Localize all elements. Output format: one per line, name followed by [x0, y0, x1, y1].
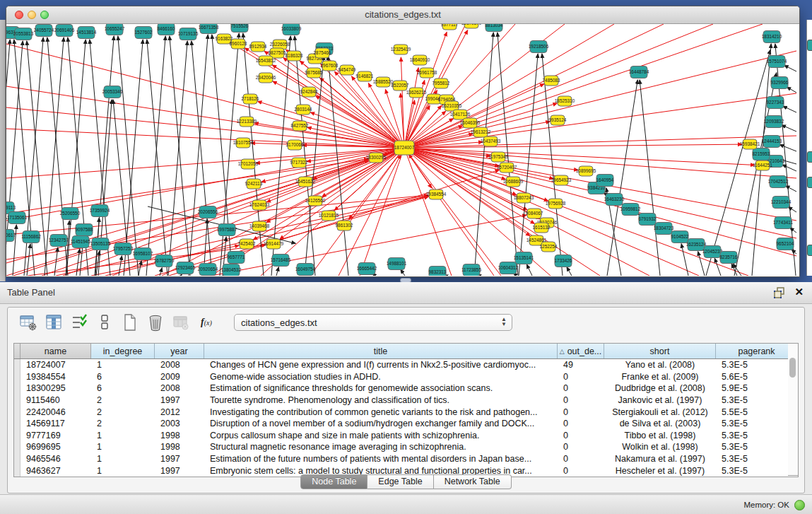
- row-header-cell: [14, 359, 20, 371]
- row-header-corner: [14, 344, 20, 358]
- table-row[interactable]: 969969511998Structural magnetic resonanc…: [14, 441, 798, 453]
- node-table: namein_degreeyeartitle△out_de...shortpag…: [13, 343, 799, 477]
- zoom-window-button[interactable]: [40, 11, 49, 19]
- node-label: 18640910: [410, 57, 430, 62]
- table-vertical-scrollbar[interactable]: [788, 343, 799, 476]
- node-label: 18724007: [394, 145, 415, 150]
- minimize-window-button[interactable]: [28, 11, 36, 19]
- table-panel-body: f(x) citations_edges.txt ▲▼ namein_degre…: [7, 307, 805, 493]
- node-label: 9146821: [356, 74, 374, 78]
- node-label: 2718126: [242, 96, 259, 101]
- node-label: 9104522: [671, 234, 689, 239]
- table-row[interactable]: 1830029562008Estimation of significance …: [14, 382, 798, 395]
- column-header-year[interactable]: year: [155, 344, 204, 358]
- node-label: 10604312: [498, 265, 519, 270]
- node-label: 11156862: [21, 234, 41, 239]
- node-label: 17135061: [7, 215, 28, 220]
- node-label: 1640954: [596, 177, 614, 182]
- cell-title: Genome-wide association studies in ADHD.: [204, 372, 558, 382]
- table-row[interactable]: 1872400712008Changes of HCN gene express…: [14, 359, 798, 371]
- select-columns-button[interactable]: [69, 312, 90, 333]
- table-row[interactable]: 911546021997Tourette syndrome. Phenomeno…: [14, 395, 798, 407]
- close-panel-icon[interactable]: ✕: [794, 286, 804, 298]
- table-mode-tabs: Node TableEdge TableNetwork Table: [8, 474, 804, 489]
- cell-pagerank: 5.5E-5: [716, 407, 798, 417]
- close-window-button[interactable]: [15, 11, 23, 19]
- cell-name: 18300295: [20, 383, 91, 393]
- cell-pagerank: 5.3E-5: [716, 431, 798, 440]
- node-label: 10899695: [576, 168, 596, 173]
- node-label: 14126560: [305, 198, 326, 203]
- node-label: 10417126: [450, 112, 471, 117]
- memory-status-indicator: [794, 500, 805, 510]
- cell-title: Tourette syndrome. Phenomenology and cla…: [204, 395, 558, 405]
- node-label: 9227343: [767, 100, 784, 105]
- split-view-button[interactable]: [94, 312, 115, 333]
- node-label: 6791932: [639, 216, 657, 221]
- node-label: 7425402: [238, 241, 256, 246]
- column-settings-button[interactable]: [43, 312, 64, 333]
- cell-title: Estimation of significance thresholds fo…: [204, 383, 558, 393]
- status-bar: Memory: OK: [0, 494, 812, 514]
- cell-year: 1998: [155, 442, 204, 452]
- scrollbar-thumb[interactable]: [789, 358, 796, 378]
- row-header-cell: [14, 430, 20, 442]
- node-label: 19613212: [471, 129, 491, 134]
- node-label: 9097588: [76, 227, 93, 232]
- node-label: 9935124: [549, 117, 567, 122]
- column-header-name[interactable]: name: [20, 344, 91, 358]
- column-header-out_degree[interactable]: △out_de...: [558, 344, 604, 358]
- node-label: 10655247: [105, 26, 125, 31]
- new-table-button[interactable]: [119, 312, 141, 333]
- node-label: 8454749: [339, 67, 356, 72]
- tab-edge-table[interactable]: Edge Table: [367, 474, 433, 489]
- row-header-cell: [14, 382, 20, 395]
- delete-table-trash-button[interactable]: [145, 312, 166, 333]
- node-label: 12210344: [771, 199, 792, 204]
- node-label: 8427552: [291, 123, 309, 128]
- background-window-edge-left: [0, 20, 6, 281]
- cell-title: Estimation of the future numbers of pati…: [204, 454, 558, 464]
- column-header-short[interactable]: short: [604, 344, 716, 358]
- network-canvas[interactable]: 1696373120553813240557242069140614513814…: [6, 24, 798, 276]
- column-header-title[interactable]: title: [204, 344, 558, 358]
- import-table-button-disabled: [170, 312, 192, 333]
- dropdown-arrows-icon: ▲▼: [501, 317, 507, 327]
- tab-node-table[interactable]: Node Table: [300, 474, 367, 489]
- function-builder-button[interactable]: f(x): [196, 312, 217, 333]
- cell-pagerank: 5.9E-5: [716, 383, 798, 393]
- node-label: 16671358: [199, 25, 219, 30]
- node-label: 10688609: [503, 179, 524, 184]
- node-label: 16914479: [264, 241, 284, 246]
- node-label: 1252254: [540, 244, 558, 249]
- column-header-in_degree[interactable]: in_degree: [91, 344, 155, 358]
- cell-pagerank: 5.3E-5: [716, 419, 798, 428]
- table-row[interactable]: 1938455462009Genome-wide association stu…: [14, 371, 798, 383]
- node-label: 16235124: [686, 242, 707, 247]
- table-row[interactable]: 1456911722003Disruption of a novel membe…: [14, 418, 798, 430]
- window-titlebar[interactable]: citations_edges.txt: [6, 6, 799, 24]
- table-source-dropdown[interactable]: citations_edges.txt ▲▼: [234, 314, 512, 331]
- table-row[interactable]: 2242004622012Investigating the contribut…: [14, 406, 798, 418]
- network-node: [807, 177, 812, 188]
- tab-network-table[interactable]: Network Table: [434, 474, 512, 489]
- node-label: 18304723: [654, 226, 674, 230]
- node-label: 17624033: [249, 202, 270, 207]
- table-row[interactable]: 977716911998Corpus callosum shape and si…: [14, 430, 798, 442]
- node-label: 16463230: [604, 197, 625, 201]
- node-label: 16210355: [442, 103, 462, 108]
- column-header-pagerank[interactable]: pagerank: [716, 344, 798, 358]
- table-settings-button[interactable]: [18, 312, 39, 333]
- row-header-cell: [14, 418, 20, 430]
- row-header-cell: [14, 371, 20, 383]
- node-label: 15885520: [373, 79, 394, 84]
- table-row[interactable]: 946554611997Estimation of the future num…: [14, 453, 798, 465]
- cell-in_degree: 2: [91, 419, 155, 428]
- node-label: 13505135: [90, 241, 111, 246]
- node-label: 16033809: [281, 26, 302, 31]
- node-label: 12045233: [702, 249, 723, 254]
- float-panel-icon[interactable]: [774, 287, 785, 298]
- cell-year: 1998: [155, 431, 204, 440]
- row-header-cell: [14, 406, 20, 418]
- node-label: 7955812: [433, 81, 450, 86]
